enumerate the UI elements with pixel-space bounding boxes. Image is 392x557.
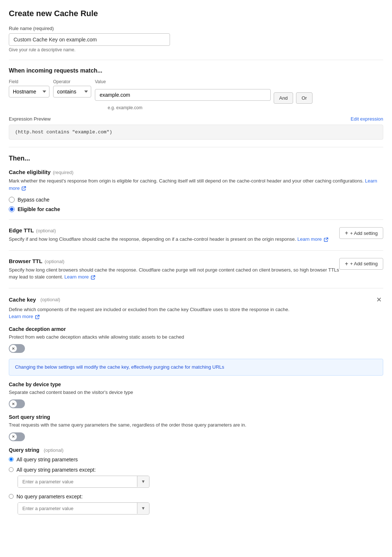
plus-icon-edge: + [345, 230, 348, 236]
cache-deception-knob: ✕ [10, 345, 17, 352]
operator-select[interactable]: contains equals starts with ends with [53, 86, 91, 97]
cache-key-section: Cache key (optional) ✕ Define which comp… [9, 296, 383, 514]
query-none-arrow[interactable]: ▼ [137, 503, 149, 514]
cache-device-desc: Separate cached content based on the vis… [9, 389, 383, 396]
edge-ttl-learn-more[interactable]: Learn more [297, 236, 322, 242]
divider-1 [9, 60, 383, 60]
cache-device-toggle[interactable]: ✕ [9, 399, 25, 408]
query-string-optional: (optional) [44, 447, 63, 453]
edge-ttl-title-row: Edge TTL (optional) [9, 227, 328, 233]
browser-ttl-section: Browser TTL (optional) Specify how long … [9, 258, 383, 281]
cache-key-title: Cache key [9, 296, 36, 303]
bypass-cache-option[interactable]: Bypass cache [9, 197, 383, 203]
edge-ttl-title: Edge TTL [9, 227, 34, 233]
operator-label: Operator [53, 79, 91, 84]
cache-key-desc: Define which components of the request a… [9, 306, 383, 320]
then-label: Then... [9, 155, 383, 162]
cache-eligibility-title-row: Cache eligibility (required) [9, 169, 383, 175]
query-all-label: All query string parameters [16, 457, 78, 462]
edge-ttl-add-setting-button[interactable]: + + Add setting [339, 227, 383, 239]
cache-eligibility-radio-group: Bypass cache Eligible for cache [9, 197, 383, 212]
query-none-option[interactable]: No query parameters except: [9, 494, 383, 499]
cache-eligibility-section: Cache eligibility (required) Mark whethe… [9, 169, 383, 212]
page-title: Create new Cache Rule [9, 9, 383, 18]
query-none-group: No query parameters except: ▼ [9, 494, 383, 514]
when-section-title: When incoming requests match... [9, 67, 383, 74]
plus-icon-browser: + [345, 261, 348, 267]
cache-device-toggle-wrapper: ✕ [9, 399, 383, 408]
bypass-cache-radio[interactable] [9, 197, 15, 203]
divider-5 [9, 288, 383, 288]
query-except-dropdown: ▼ [18, 476, 149, 488]
edge-ttl-optional: (optional) [36, 228, 56, 233]
cache-key-close-button[interactable]: ✕ [375, 296, 383, 304]
sort-query-toggle-wrapper: ✕ [9, 432, 383, 441]
query-except-arrow[interactable]: ▼ [137, 476, 149, 487]
then-section: Then... Cache eligibility (required) Mar… [9, 155, 383, 514]
browser-ttl-add-setting-button[interactable]: + + Add setting [339, 258, 383, 270]
cache-eligibility-required: (required) [53, 170, 73, 175]
query-all-radio[interactable] [9, 457, 14, 462]
query-except-group: All query string parameters except: ▼ [9, 467, 383, 488]
query-none-label: No query parameters except: [16, 494, 83, 499]
value-label: Value [95, 79, 313, 84]
value-group: Value And Or [95, 79, 313, 104]
browser-ttl-content: Browser TTL (optional) Specify how long … [9, 258, 339, 281]
sort-query-desc: Treat requests with the same query param… [9, 421, 383, 429]
query-string-title: Query string [9, 447, 39, 453]
query-except-radio[interactable] [9, 467, 14, 472]
cache-deception-toggle-wrapper: ✕ [9, 344, 383, 353]
and-button[interactable]: And [274, 92, 293, 104]
value-input[interactable] [95, 89, 271, 101]
rule-name-section: Rule name (required) Give your rule a de… [9, 26, 383, 52]
query-except-option[interactable]: All query string parameters except: [9, 467, 383, 473]
query-except-label: All query string parameters except: [16, 467, 96, 473]
expression-preview-header: Expression Preview Edit expression [9, 116, 383, 122]
rule-name-hint: Give your rule a descriptive name. [9, 47, 383, 52]
cache-key-header: Cache key (optional) ✕ [9, 296, 383, 304]
eligible-cache-radio[interactable] [9, 206, 15, 212]
expression-box: (http.host contains "example.com") [9, 125, 383, 140]
expression-preview-section: Expression Preview Edit expression (http… [9, 116, 383, 140]
cache-eligibility-desc: Mark whether the request's response from… [9, 177, 383, 192]
divider-3 [9, 220, 383, 220]
cache-deception-desc: Protect from web cache deception attacks… [9, 333, 383, 341]
cache-deception-toggle[interactable]: ✕ [9, 344, 25, 353]
edge-ttl-add-setting-label: + Add setting [350, 230, 378, 236]
divider-2 [9, 147, 383, 147]
query-none-radio[interactable] [9, 494, 14, 499]
or-button[interactable]: Or [296, 92, 312, 104]
edge-ttl-content: Edge TTL (optional) Specify if and how l… [9, 227, 328, 243]
sort-query-string: Sort query string Treat requests with th… [9, 414, 383, 441]
expression-preview-label: Expression Preview [9, 116, 51, 122]
query-except-input[interactable] [18, 476, 137, 487]
field-group: Field Hostname URI IP Address User Agent [9, 79, 49, 97]
ext-link-icon-eligibility [22, 186, 26, 191]
query-none-dropdown: ▼ [18, 502, 149, 514]
browser-ttl-add-setting-label: + Add setting [350, 261, 378, 266]
browser-ttl-optional: (optional) [45, 259, 64, 264]
sort-query-knob: ✕ [10, 433, 17, 440]
ext-link-icon-edge [324, 237, 328, 242]
rule-name-input[interactable] [9, 33, 170, 46]
browser-ttl-learn-more[interactable]: Learn more [64, 274, 89, 280]
query-except-dropdown-wrap: ▼ [18, 476, 383, 488]
field-select[interactable]: Hostname URI IP Address User Agent [9, 86, 49, 97]
cache-deception-armor: Cache deception armor Protect from web c… [9, 326, 383, 353]
sort-query-toggle[interactable]: ✕ [9, 432, 25, 441]
cache-key-learn-more[interactable]: Learn more [9, 314, 33, 319]
cache-by-device-type: Cache by device type Separate cached con… [9, 381, 383, 409]
query-none-input[interactable] [18, 503, 137, 514]
when-section: When incoming requests match... Field Ho… [9, 67, 383, 110]
cache-device-title: Cache by device type [9, 381, 383, 387]
filter-row: Field Hostname URI IP Address User Agent… [9, 79, 383, 104]
divider-4 [9, 250, 383, 251]
query-all-option[interactable]: All query string parameters [9, 457, 383, 462]
sort-query-title: Sort query string [9, 414, 383, 420]
ext-link-icon-browser [91, 275, 95, 280]
edge-ttl-desc: Specify if and how long Cloudflare shoul… [9, 236, 328, 243]
edit-expression-link[interactable]: Edit expression [351, 116, 383, 122]
bypass-cache-label: Bypass cache [18, 197, 49, 203]
eligible-cache-option[interactable]: Eligible for cache [9, 206, 383, 212]
rule-name-label: Rule name (required) [9, 26, 383, 31]
